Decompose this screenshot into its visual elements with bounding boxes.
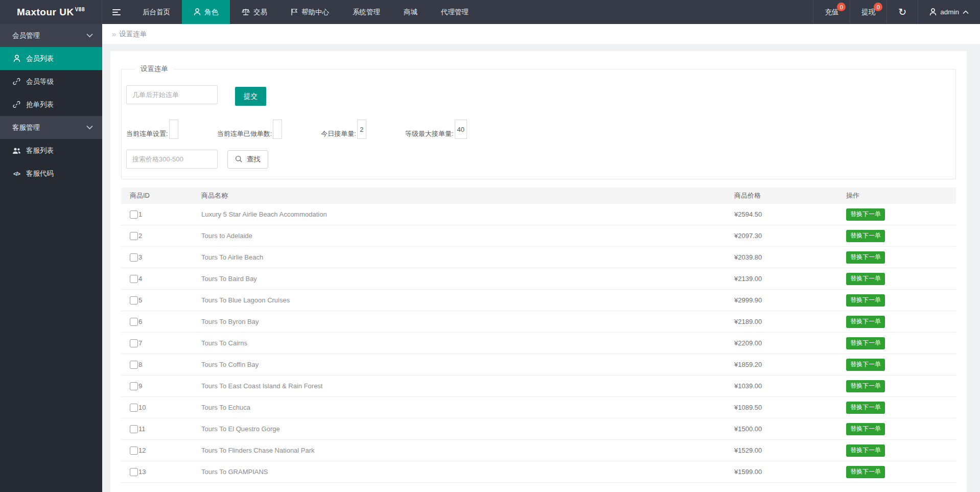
row-checkbox[interactable]: [130, 296, 138, 304]
replace-next-order-button[interactable]: 替换下一单: [846, 337, 885, 349]
withdraw-badge: 0: [874, 3, 882, 11]
stat-label: 当前连单已做单数:: [217, 129, 272, 139]
product-name: Tours To Coffin Bay: [201, 361, 734, 368]
row-checkbox[interactable]: [130, 318, 138, 326]
sidebar-item-grab-order-list[interactable]: 抢单列表: [0, 93, 102, 116]
section-title: 会员管理: [12, 31, 40, 40]
row-checkbox[interactable]: [130, 361, 138, 369]
product-price: ¥1500.00: [734, 425, 846, 433]
navbar-right: 充值 0 提现 0 ↻ admin: [813, 0, 980, 24]
row-checkbox[interactable]: [130, 447, 138, 455]
replace-next-order-button[interactable]: 替换下一单: [846, 251, 885, 264]
nav-item-label: 代理管理: [441, 8, 469, 17]
sidebar-item-service-list[interactable]: 客服列表: [0, 139, 102, 162]
nav-item-trade[interactable]: 交易: [230, 0, 279, 24]
sidebar-section-service-management[interactable]: 客服管理: [0, 116, 102, 139]
row-checkbox[interactable]: [130, 468, 138, 476]
product-name: Tours To Blue Lagoon Cruises: [201, 296, 734, 304]
product-price: ¥1039.00: [734, 382, 846, 390]
chevron-down-icon: [86, 33, 93, 38]
chain-start-input[interactable]: [126, 85, 218, 104]
sidebar-item-service-code[interactable]: </> 客服代码: [0, 162, 102, 185]
nav-item-help-center[interactable]: 帮助中心: [279, 0, 341, 24]
sidebar-item-member-level[interactable]: 会员等级: [0, 70, 102, 93]
goods-table: 商品ID 商品名称 商品价格 操作 1 Luxury 5 Star Airlie…: [121, 188, 956, 483]
replace-next-order-button[interactable]: 替换下一单: [846, 466, 885, 478]
table-row: 13 Tours To GRAMPIANS ¥1599.00 替换下一单: [121, 461, 956, 483]
username: admin: [940, 8, 959, 16]
product-id: 2: [138, 232, 142, 240]
price-search-input[interactable]: [126, 150, 218, 169]
link-icon: [12, 101, 21, 108]
product-id: 5: [138, 296, 142, 304]
product-id: 8: [138, 361, 142, 368]
recharge-button[interactable]: 充值 0: [813, 0, 850, 24]
chevron-up-icon: [963, 10, 969, 14]
code-icon: </>: [12, 171, 21, 177]
fieldset-legend: 设置连单: [135, 64, 173, 74]
recharge-label: 充值: [825, 8, 838, 17]
refresh-button[interactable]: ↻: [886, 0, 918, 24]
table-header: 商品ID 商品名称 商品价格 操作: [121, 188, 956, 204]
sidebar-item-label: 会员列表: [26, 54, 54, 63]
row-checkbox[interactable]: [130, 382, 138, 390]
logo-version: V88: [75, 7, 85, 12]
people-icon: [12, 147, 21, 154]
replace-next-order-button[interactable]: 替换下一单: [846, 316, 885, 328]
replace-next-order-button[interactable]: 替换下一单: [846, 402, 885, 414]
replace-next-order-button[interactable]: 替换下一单: [846, 359, 885, 371]
hamburger-icon: [112, 9, 121, 15]
stat-label: 等级最大接单量:: [405, 129, 454, 139]
main-menu: 后台首页 角色 交易 帮助中心 系统管理 商城 代理管理: [131, 0, 480, 24]
chain-settings-fieldset: 设置连单 提交 当前连单设置: 当前连单已做单数: 今日接单量: 2: [121, 64, 956, 179]
stats-row: 当前连单设置: 当前连单已做单数: 今日接单量: 2 等级最大接单量: 40: [126, 120, 955, 139]
sidebar-item-member-list[interactable]: 会员列表: [0, 47, 102, 70]
collapse-menu-button[interactable]: [102, 0, 131, 24]
submit-button[interactable]: 提交: [235, 87, 266, 106]
replace-next-order-button[interactable]: 替换下一单: [846, 273, 885, 285]
product-name: Luxury 5 Star Airlie Beach Accommodation: [201, 210, 734, 218]
row-checkbox[interactable]: [130, 425, 138, 433]
product-price: ¥1859.20: [734, 361, 846, 368]
withdraw-button[interactable]: 提现 0: [850, 0, 886, 24]
nav-item-roles[interactable]: 角色: [182, 0, 230, 24]
sidebar-section-member-management[interactable]: 会员管理: [0, 24, 102, 47]
product-price: ¥2209.00: [734, 339, 846, 347]
replace-next-order-button[interactable]: 替换下一单: [846, 294, 885, 307]
product-price: ¥1089.50: [734, 404, 846, 411]
product-name: Tours To Baird Bay: [201, 275, 734, 283]
row-checkbox[interactable]: [130, 339, 138, 347]
col-header-name: 商品名称: [201, 191, 734, 200]
table-row: 6 Tours To Byron Bay ¥2189.00 替换下一单: [121, 311, 956, 333]
replace-next-order-button[interactable]: 替换下一单: [846, 208, 885, 221]
table-body: 1 Luxury 5 Star Airlie Beach Accommodati…: [121, 204, 956, 483]
row-checkbox[interactable]: [130, 232, 138, 240]
flag-icon: [291, 8, 298, 16]
find-button[interactable]: 查找: [227, 150, 268, 169]
replace-next-order-button[interactable]: 替换下一单: [846, 230, 885, 242]
nav-item-label: 系统管理: [353, 8, 380, 17]
row-checkbox[interactable]: [130, 275, 138, 283]
stat-value-box: [169, 120, 178, 139]
person-icon: [12, 55, 21, 62]
row-checkbox[interactable]: [130, 404, 138, 412]
replace-next-order-button[interactable]: 替换下一单: [846, 444, 885, 457]
product-name: Tours to Adelaide: [201, 232, 734, 240]
nav-item-dashboard[interactable]: 后台首页: [131, 0, 182, 24]
replace-next-order-button[interactable]: 替换下一单: [846, 380, 885, 392]
nav-item-system[interactable]: 系统管理: [341, 0, 392, 24]
product-name: Tours To Echuca: [201, 404, 734, 411]
user-menu[interactable]: admin: [918, 0, 980, 24]
nav-item-mall[interactable]: 商城: [392, 0, 429, 24]
nav-item-agent[interactable]: 代理管理: [429, 0, 480, 24]
product-id: 13: [138, 468, 146, 476]
sidebar-item-label: 抢单列表: [26, 100, 54, 109]
sidebar-item-label: 客服列表: [26, 146, 54, 155]
row-checkbox[interactable]: [130, 210, 138, 219]
recharge-badge: 0: [837, 3, 846, 11]
product-name: Tours To GRAMPIANS: [201, 468, 734, 476]
scales-icon: [242, 8, 250, 16]
stat-level-max-orders: 等级最大接单量: 40: [405, 120, 467, 139]
row-checkbox[interactable]: [130, 253, 138, 262]
replace-next-order-button[interactable]: 替换下一单: [846, 423, 885, 435]
